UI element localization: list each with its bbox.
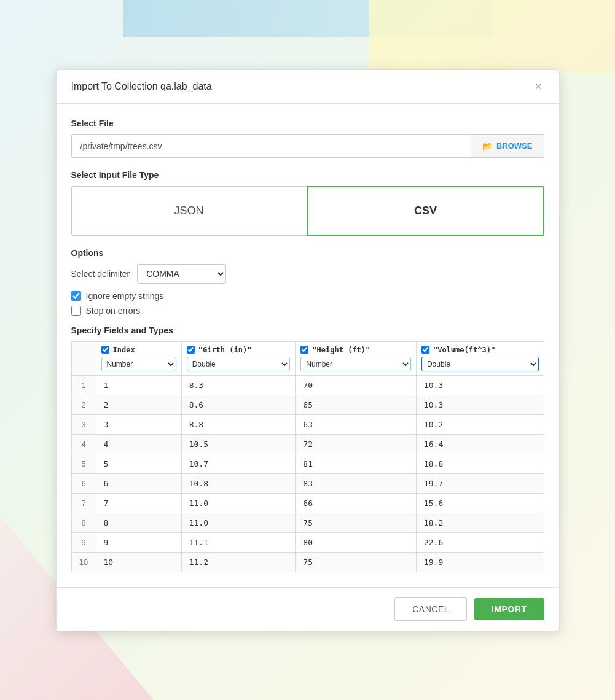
ignore-empty-strings-checkbox[interactable] xyxy=(71,291,81,301)
table-cell: 10.5 xyxy=(181,434,296,454)
row-number-cell: 10 xyxy=(71,552,96,572)
stop-on-errors-label: Stop on errors xyxy=(86,306,141,316)
table-cell: 7 xyxy=(96,493,181,513)
col-index-checkbox[interactable] xyxy=(101,346,109,354)
table-cell: 16.4 xyxy=(416,434,544,454)
table-cell: 10.2 xyxy=(416,414,544,434)
table-row: 7711.06615.6 xyxy=(71,493,544,513)
file-type-label: Select Input File Type xyxy=(71,170,544,180)
col-header-volume: "Volume(ft^3)" Number String Double Bool… xyxy=(416,341,544,375)
table-cell: 10.7 xyxy=(181,454,296,473)
table-cell: 3 xyxy=(96,414,181,434)
cancel-button[interactable]: CANCEL xyxy=(394,597,467,621)
file-type-csv-button[interactable]: CSV xyxy=(307,186,544,236)
file-input-row: 📂 BROWSE xyxy=(71,134,544,158)
table-row: 101011.27519.9 xyxy=(71,552,544,572)
table-cell: 8 xyxy=(96,513,181,532)
table-cell: 22.6 xyxy=(416,532,544,552)
table-cell: 8.3 xyxy=(181,375,296,395)
row-number-cell: 1 xyxy=(71,375,96,395)
select-file-label: Select File xyxy=(71,119,544,128)
bg-decoration-yellow xyxy=(369,0,615,74)
table-cell: 11.1 xyxy=(181,532,296,552)
col-girth-checkbox[interactable] xyxy=(187,346,195,354)
modal-footer: CANCEL IMPORT xyxy=(57,587,559,631)
table-cell: 11.2 xyxy=(181,552,296,572)
col-height-type-select[interactable]: Number String Double Boolean xyxy=(300,357,411,371)
col-index-name: Index xyxy=(113,346,135,354)
table-row: 338.86310.2 xyxy=(71,414,544,434)
file-type-row: JSON CSV xyxy=(71,186,544,236)
col-girth-name: "Girth (in)" xyxy=(198,346,252,354)
table-cell: 1 xyxy=(96,375,181,395)
row-number-cell: 4 xyxy=(71,434,96,454)
modal-title: Import To Collection qa.lab_data xyxy=(71,81,212,92)
file-type-json-button[interactable]: JSON xyxy=(71,186,307,236)
row-number-cell: 6 xyxy=(71,473,96,493)
row-number-cell: 9 xyxy=(71,532,96,552)
delimiter-row: Select delimiter COMMA TAB SEMICOLON SPA… xyxy=(71,264,544,284)
modal-body: Select File 📂 BROWSE Select Input File T… xyxy=(57,104,559,587)
row-number-cell: 5 xyxy=(71,454,96,473)
table-cell: 11.0 xyxy=(181,513,296,532)
col-header-index: Index Number String Double Boolean xyxy=(96,341,181,375)
browse-label: BROWSE xyxy=(496,141,533,150)
table-cell: 9 xyxy=(96,532,181,552)
stop-on-errors-checkbox[interactable] xyxy=(71,306,81,316)
stop-on-errors-row: Stop on errors xyxy=(71,306,544,316)
modal-close-button[interactable]: × xyxy=(533,81,544,92)
table-cell: 6 xyxy=(96,473,181,493)
table-row: 5510.78118.8 xyxy=(71,454,544,473)
table-body: 118.37010.3228.66510.3338.86310.24410.57… xyxy=(71,375,544,572)
table-cell: 80 xyxy=(296,532,417,552)
col-volume-name: "Volume(ft^3)" xyxy=(433,346,495,354)
table-cell: 18.8 xyxy=(416,454,544,473)
col-girth-type-select[interactable]: Number String Double Boolean xyxy=(187,357,291,371)
delimiter-label: Select delimiter xyxy=(71,269,130,279)
table-cell: 81 xyxy=(296,454,417,473)
import-button[interactable]: IMPORT xyxy=(474,598,544,620)
table-row: 118.37010.3 xyxy=(71,375,544,395)
row-num-header xyxy=(71,341,96,375)
table-cell: 8.6 xyxy=(181,395,296,414)
fields-table: Index Number String Double Boolean xyxy=(71,341,544,572)
table-cell: 18.2 xyxy=(416,513,544,532)
table-cell: 72 xyxy=(296,434,417,454)
row-number-cell: 3 xyxy=(71,414,96,434)
browse-button[interactable]: 📂 BROWSE xyxy=(471,134,544,158)
col-volume-checkbox[interactable] xyxy=(421,346,429,354)
table-cell: 65 xyxy=(296,395,417,414)
row-number-cell: 2 xyxy=(71,395,96,414)
row-number-cell: 7 xyxy=(71,493,96,513)
table-cell: 10.8 xyxy=(181,473,296,493)
table-cell: 63 xyxy=(296,414,417,434)
col-index-type-select[interactable]: Number String Double Boolean xyxy=(101,357,176,371)
col-header-girth: "Girth (in)" Number String Double Boolea… xyxy=(181,341,296,375)
table-cell: 10.3 xyxy=(416,375,544,395)
col-height-name: "Height (ft)" xyxy=(312,346,370,354)
table-row: 4410.57216.4 xyxy=(71,434,544,454)
options-label: Options xyxy=(71,248,544,258)
table-cell: 5 xyxy=(96,454,181,473)
table-cell: 83 xyxy=(296,473,417,493)
col-header-height: "Height (ft)" Number String Double Boole… xyxy=(296,341,417,375)
table-row: 228.66510.3 xyxy=(71,395,544,414)
row-number-cell: 8 xyxy=(71,513,96,532)
table-cell: 19.7 xyxy=(416,473,544,493)
col-volume-type-select[interactable]: Number String Double Boolean xyxy=(421,357,539,371)
table-cell: 15.6 xyxy=(416,493,544,513)
delimiter-select[interactable]: COMMA TAB SEMICOLON SPACE xyxy=(137,264,226,284)
table-row: 9911.18022.6 xyxy=(71,532,544,552)
table-cell: 11.0 xyxy=(181,493,296,513)
table-cell: 10.3 xyxy=(416,395,544,414)
table-row: 8811.07518.2 xyxy=(71,513,544,532)
ignore-empty-strings-row: Ignore empty strings xyxy=(71,291,544,301)
table-cell: 2 xyxy=(96,395,181,414)
col-height-checkbox[interactable] xyxy=(300,346,308,354)
ignore-empty-strings-label: Ignore empty strings xyxy=(86,291,164,301)
table-header: Index Number String Double Boolean xyxy=(71,341,544,375)
table-cell: 66 xyxy=(296,493,417,513)
table-cell: 75 xyxy=(296,552,417,572)
table-cell: 75 xyxy=(296,513,417,532)
file-path-input[interactable] xyxy=(71,134,471,158)
